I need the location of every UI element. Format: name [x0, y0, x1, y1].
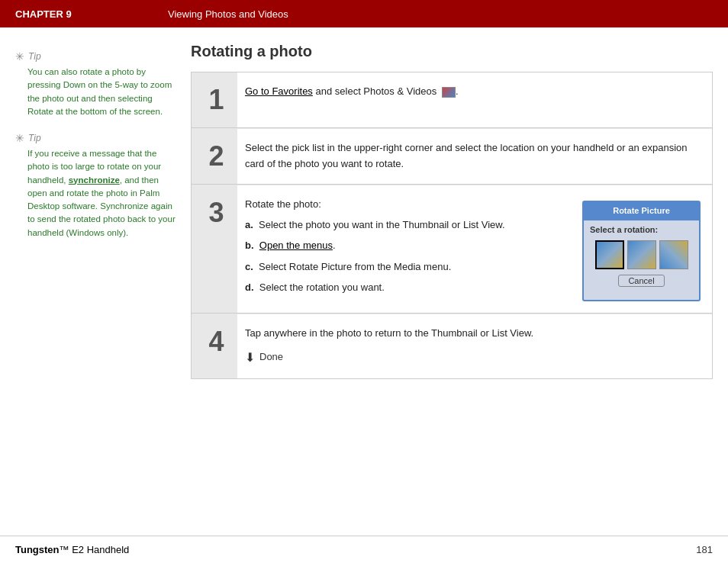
page-title: Rotating a photo	[191, 43, 713, 60]
rotate-cancel-row: Cancel	[584, 272, 699, 291]
step-1: 1 Go to Favorites and select Photos & Vi…	[192, 72, 712, 128]
tip-1-asterisk: ✳	[15, 50, 24, 63]
rotation-option-2[interactable]	[627, 240, 656, 269]
tip-1-label: Tip	[28, 51, 41, 62]
tip-1-text: You can also rotate a photo by pressing …	[27, 66, 176, 118]
tip-2: ✳ Tip If you receive a message that the …	[15, 132, 176, 240]
rotation-option-3[interactable]	[659, 240, 688, 269]
step-1-number: 1	[192, 72, 237, 127]
done-row: ⬇ Done	[245, 348, 701, 368]
done-label: Done	[259, 349, 283, 365]
step-2: 2 Select the pick list in the upper-righ…	[192, 129, 712, 185]
rotation-option-1[interactable]	[595, 240, 624, 269]
footer-model: E2	[69, 544, 85, 555]
done-icon: ⬇	[245, 348, 255, 368]
open-menus-link[interactable]: Open the menus	[259, 240, 333, 251]
step-2-number: 2	[192, 129, 237, 184]
header-title: Viewing Photos and Videos	[168, 8, 288, 20]
step-4-content: Tap anywhere in the photo to return to t…	[237, 314, 712, 378]
step-3-intro: Rotate the photo:	[245, 197, 571, 213]
tip-2-label: Tip	[28, 133, 41, 143]
step-3-list: a. Select the photo you want in the Thum…	[245, 217, 571, 295]
rotate-dialog-title: Rotate Picture	[584, 202, 699, 220]
step-1-text: and select Photos & Videos	[313, 85, 436, 97]
step-2-content: Select the pick list in the upper-right …	[237, 129, 712, 184]
steps-container: 1 Go to Favorites and select Photos & Vi…	[191, 72, 713, 379]
step-3-content: Rotate the photo: a. Select the photo yo…	[237, 185, 712, 313]
thumb-1	[597, 242, 623, 268]
step-1-content: Go to Favorites and select Photos & Vide…	[237, 72, 712, 127]
photos-videos-icon	[442, 87, 456, 98]
rotate-dialog-subtitle: Select a rotation:	[584, 220, 699, 239]
footer-page-number: 181	[696, 544, 713, 555]
go-to-favorites-link[interactable]: Go to Favorites	[245, 85, 313, 97]
step-3-text: Rotate the photo: a. Select the photo yo…	[245, 197, 571, 301]
thumb-3	[660, 241, 688, 269]
rotate-dialog-images	[584, 238, 699, 272]
step-3c: c. Select Rotate Picture from the Media …	[245, 259, 571, 275]
rotate-cancel-button[interactable]: Cancel	[618, 275, 664, 287]
footer-brand: Tungsten™ E2 Handheld	[15, 544, 129, 555]
footer-suffix: Handheld	[84, 544, 129, 555]
synchronize-link[interactable]: synchronize	[69, 175, 120, 185]
chapter-label: CHAPTER 9	[15, 8, 168, 20]
step-3-number: 3	[192, 185, 237, 313]
page-footer: Tungsten™ E2 Handheld 181	[0, 536, 728, 563]
step-3a: a. Select the photo you want in the Thum…	[245, 217, 571, 233]
tip-1: ✳ Tip You can also rotate a photo by pre…	[15, 50, 176, 118]
step-3b: b. Open the menus.	[245, 238, 571, 253]
step-3: 3 Rotate the photo: a. Select the photo …	[192, 185, 712, 314]
tip-2-text: If you receive a message that the photo …	[27, 147, 176, 240]
step-4-number: 4	[192, 314, 237, 378]
content-area: ✳ Tip You can also rotate a photo by pre…	[0, 27, 728, 536]
step-3-inner: Rotate the photo: a. Select the photo yo…	[245, 197, 701, 301]
step-4-text: Tap anywhere in the photo to return to t…	[245, 326, 701, 342]
tip-1-header: ✳ Tip	[15, 50, 176, 63]
page-header: CHAPTER 9 Viewing Photos and Videos	[0, 0, 728, 27]
tip-2-asterisk: ✳	[15, 132, 24, 144]
footer-trademark: ™	[60, 544, 69, 555]
tip-2-header: ✳ Tip	[15, 132, 176, 144]
main-content: Rotating a photo 1 Go to Favorites and s…	[191, 43, 713, 528]
rotate-picture-dialog: Rotate Picture Select a rotation:	[582, 201, 701, 301]
footer-brand-text: Tungsten	[15, 544, 60, 555]
sidebar: ✳ Tip You can also rotate a photo by pre…	[15, 43, 176, 528]
thumb-2	[628, 241, 656, 269]
step-4: 4 Tap anywhere in the photo to return to…	[192, 314, 712, 378]
step-3d: d. Select the rotation you want.	[245, 280, 571, 295]
